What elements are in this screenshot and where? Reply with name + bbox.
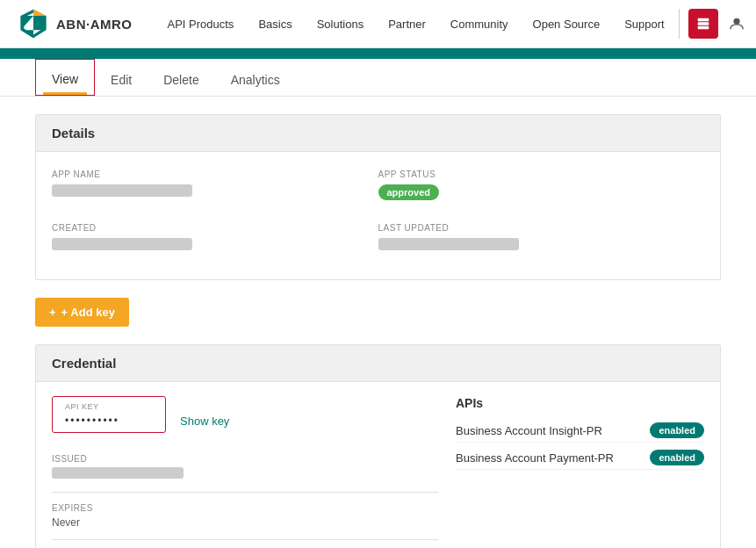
logo-icon [18, 8, 49, 40]
add-key-label: + Add key [61, 306, 115, 319]
app-status-item: APP STATUS approved [378, 169, 705, 209]
api-item-0: Business Account Insight-PR enabled [456, 419, 704, 443]
nav-basics[interactable]: Basics [258, 18, 292, 31]
api-item-name-0: Business Account Insight-PR [456, 424, 602, 437]
credential-left: API KEY •••••••••• Show key ISSUED EXPIR… [52, 396, 438, 548]
issued-value-text [52, 467, 184, 479]
nav-community[interactable]: Community [450, 18, 508, 31]
details-section: Details APP NAME APP STATUS approved CRE… [35, 114, 721, 280]
header-icons [679, 9, 756, 39]
tab-edit[interactable]: Edit [95, 61, 148, 96]
nav-partner[interactable]: Partner [388, 18, 426, 31]
last-updated-label: LAST UPDATED [378, 223, 705, 233]
api-key-dots: •••••••••• [65, 415, 153, 427]
svg-rect-7 [697, 22, 709, 25]
tab-analytics[interactable]: Analytics [215, 61, 296, 96]
details-section-header: Details [36, 115, 720, 152]
tabs-bar: View Edit Delete Analytics [0, 59, 756, 97]
credential-section-header: Credential [36, 345, 720, 382]
user-icon [729, 16, 745, 32]
api-key-box: API KEY •••••••••• [52, 396, 166, 433]
issued-value [52, 467, 438, 481]
created-value [52, 238, 192, 250]
created-item: CREATED [52, 223, 378, 262]
header: ABN·AMRO API Products Basics Solutions P… [0, 0, 756, 48]
layers-button[interactable] [688, 9, 718, 39]
details-grid: APP NAME APP STATUS approved CREATED LAS… [52, 169, 704, 262]
expires-value: Never [52, 516, 438, 529]
apis-label: APIs [456, 396, 704, 410]
logo-text: ABN·AMRO [56, 17, 133, 32]
svg-rect-6 [697, 18, 709, 22]
nav-open-source[interactable]: Open Source [533, 18, 601, 31]
details-section-body: APP NAME APP STATUS approved CREATED LAS… [36, 152, 720, 279]
svg-marker-2 [33, 10, 46, 16]
created-label: CREATED [52, 223, 378, 233]
app-status-badge: approved [378, 184, 440, 200]
credential-section: Credential API KEY •••••••••• Show key I… [35, 344, 721, 548]
main-content: Details APP NAME APP STATUS approved CRE… [0, 114, 756, 548]
logo-area: ABN·AMRO [18, 8, 133, 40]
nav-support[interactable]: Support [624, 18, 665, 31]
nav-solutions[interactable]: Solutions [317, 18, 364, 31]
api-item-1: Business Account Payment-PR enabled [456, 446, 704, 470]
divider2 [52, 539, 438, 540]
nav-links: API Products Basics Solutions Partner Co… [168, 18, 665, 31]
svg-marker-3 [33, 16, 46, 30]
last-updated-item: LAST UPDATED [378, 223, 705, 262]
svg-marker-4 [21, 30, 33, 38]
app-name-item: APP NAME [52, 169, 378, 209]
divider [52, 492, 438, 493]
last-updated-value [378, 238, 519, 250]
layers-icon [695, 16, 711, 32]
app-status-label: APP STATUS [378, 169, 705, 179]
plus-icon: + [49, 306, 56, 319]
app-name-label: APP NAME [52, 169, 378, 179]
user-button[interactable] [722, 9, 752, 39]
credential-body: API KEY •••••••••• Show key ISSUED EXPIR… [36, 382, 720, 548]
add-key-button[interactable]: + + Add key [35, 298, 129, 327]
tab-delete[interactable]: Delete [148, 61, 214, 96]
issued-label: ISSUED [52, 454, 438, 464]
nav-api-products[interactable]: API Products [168, 18, 234, 31]
expires-label: EXPIRES [52, 503, 438, 513]
api-item-status-0: enabled [650, 422, 704, 438]
svg-rect-8 [697, 26, 709, 30]
api-key-label: API KEY [65, 402, 153, 411]
credential-right: APIs Business Account Insight-PR enabled… [438, 396, 704, 473]
app-name-value [52, 184, 192, 197]
svg-point-9 [733, 18, 739, 25]
show-key-link[interactable]: Show key [180, 415, 229, 428]
teal-bar [0, 48, 756, 59]
api-item-status-1: enabled [650, 450, 704, 465]
api-item-name-1: Business Account Payment-PR [456, 451, 614, 465]
tab-view[interactable]: View [35, 59, 95, 96]
